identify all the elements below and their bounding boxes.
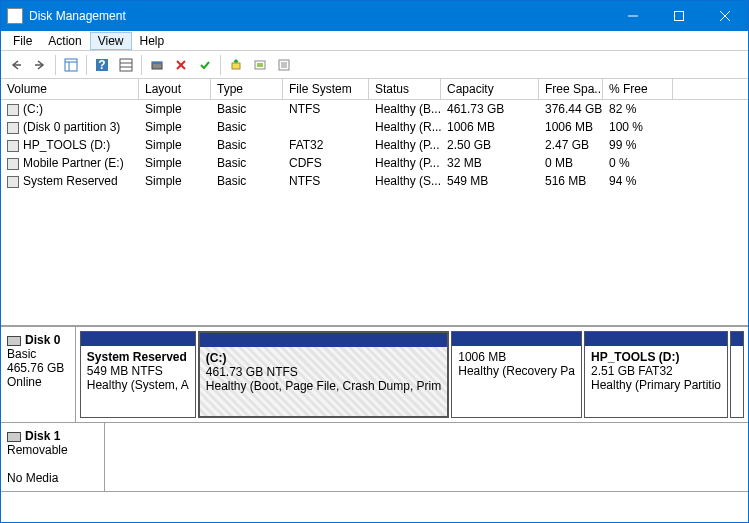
volume-free: 0 MB (539, 155, 603, 171)
partition-c[interactable]: (C:) 461.73 GB NTFS Healthy (Boot, Page … (198, 331, 449, 418)
svg-rect-15 (152, 62, 162, 64)
menu-action[interactable]: Action (40, 32, 89, 50)
partition-body: HP_TOOLS (D:) 2.51 GB FAT32 Healthy (Pri… (585, 346, 727, 417)
disk0-label: Disk 0 Basic 465.76 GB Online (1, 327, 76, 422)
disk-icon (7, 336, 21, 346)
col-filesystem[interactable]: File System (283, 79, 369, 99)
volume-row[interactable]: Mobile Partner (E:)SimpleBasicCDFSHealth… (1, 154, 748, 172)
menu-help[interactable]: Help (132, 32, 173, 50)
col-layout[interactable]: Layout (139, 79, 211, 99)
disk-row-1[interactable]: Disk 1 Removable No Media (1, 423, 748, 492)
partition-status: Healthy (Boot, Page File, Crash Dump, Pr… (206, 379, 441, 393)
col-status[interactable]: Status (369, 79, 441, 99)
volume-free: 376.44 GB (539, 101, 603, 117)
menu-file[interactable]: File (5, 32, 40, 50)
volume-type: Basic (211, 173, 283, 189)
svg-rect-20 (257, 63, 263, 67)
partition-header (452, 332, 581, 346)
partition-size: 461.73 GB NTFS (206, 365, 441, 379)
volume-pct: 100 % (603, 119, 673, 135)
separator (55, 55, 56, 75)
separator (86, 55, 87, 75)
separator (220, 55, 221, 75)
back-button[interactable] (5, 54, 27, 76)
help-button[interactable]: ? (91, 54, 113, 76)
partition-body: (C:) 461.73 GB NTFS Healthy (Boot, Page … (200, 347, 447, 416)
volume-layout: Simple (139, 155, 211, 171)
partition-header (731, 332, 743, 346)
volume-type: Basic (211, 101, 283, 117)
volume-row[interactable]: HP_TOOLS (D:)SimpleBasicFAT32Healthy (P.… (1, 136, 748, 154)
partition-name: HP_TOOLS (D:) (591, 350, 721, 364)
volume-list-header: Volume Layout Type File System Status Ca… (1, 79, 748, 100)
volume-capacity: 1006 MB (441, 119, 539, 135)
volume-layout: Simple (139, 101, 211, 117)
maximize-button[interactable] (656, 1, 702, 31)
partition-unallocated[interactable] (730, 331, 744, 418)
partition-name: System Reserved (87, 350, 189, 364)
volume-list-pane: Volume Layout Type File System Status Ca… (1, 79, 748, 327)
graphical-view-pane: Disk 0 Basic 465.76 GB Online System Res… (1, 327, 748, 492)
disk1-type: Removable (7, 443, 98, 457)
partition-header (585, 332, 727, 346)
volume-status: Healthy (P... (369, 137, 441, 153)
menubar: File Action View Help (1, 31, 748, 51)
disk1-label: Disk 1 Removable No Media (1, 423, 105, 491)
partition-size: 549 MB NTFS (87, 364, 189, 378)
col-free[interactable]: Free Spa... (539, 79, 603, 99)
disk0-type: Basic (7, 347, 69, 361)
window-controls (610, 1, 748, 31)
svg-rect-18 (232, 63, 240, 69)
partition-recovery[interactable]: 1006 MB Healthy (Recovery Pa (451, 331, 582, 418)
titlebar: Disk Management (1, 1, 748, 31)
partition-system-reserved[interactable]: System Reserved 549 MB NTFS Healthy (Sys… (80, 331, 196, 418)
partition-size: 1006 MB (458, 350, 575, 364)
delete-button[interactable] (170, 54, 192, 76)
volume-capacity: 32 MB (441, 155, 539, 171)
volume-status: Healthy (B... (369, 101, 441, 117)
volume-pct: 94 % (603, 173, 673, 189)
settings-button[interactable] (115, 54, 137, 76)
svg-text:?: ? (98, 58, 105, 72)
volume-status: Healthy (R... (369, 119, 441, 135)
disk1-name: Disk 1 (25, 429, 60, 443)
action1-button[interactable] (225, 54, 247, 76)
forward-button[interactable] (29, 54, 51, 76)
col-type[interactable]: Type (211, 79, 283, 99)
volume-icon (7, 176, 19, 188)
volume-pct: 0 % (603, 155, 673, 171)
volume-status: Healthy (P... (369, 155, 441, 171)
disk-icon (7, 432, 21, 442)
col-capacity[interactable]: Capacity (441, 79, 539, 99)
col-volume[interactable]: Volume (1, 79, 139, 99)
volume-layout: Simple (139, 119, 211, 135)
partition-hptools[interactable]: HP_TOOLS (D:) 2.51 GB FAT32 Healthy (Pri… (584, 331, 728, 418)
volume-row[interactable]: (Disk 0 partition 3)SimpleBasicHealthy (… (1, 118, 748, 136)
volume-row[interactable]: System ReservedSimpleBasicNTFSHealthy (S… (1, 172, 748, 190)
disk-row-0[interactable]: Disk 0 Basic 465.76 GB Online System Res… (1, 327, 748, 423)
volume-layout: Simple (139, 137, 211, 153)
partition-header (200, 333, 447, 347)
action2-button[interactable] (249, 54, 271, 76)
close-button[interactable] (702, 1, 748, 31)
volume-free: 516 MB (539, 173, 603, 189)
window-title: Disk Management (29, 9, 610, 23)
partition-status: Healthy (Recovery Pa (458, 364, 575, 378)
minimize-button[interactable] (610, 1, 656, 31)
svg-rect-1 (675, 12, 684, 21)
refresh-button[interactable] (146, 54, 168, 76)
col-pctfree[interactable]: % Free (603, 79, 673, 99)
disk0-size: 465.76 GB (7, 361, 69, 375)
volume-pct: 82 % (603, 101, 673, 117)
volume-name: (C:) (23, 102, 43, 116)
volume-type: Basic (211, 155, 283, 171)
check-button[interactable] (194, 54, 216, 76)
volume-list-body[interactable]: (C:)SimpleBasicNTFSHealthy (B...461.73 G… (1, 100, 748, 190)
menu-view[interactable]: View (90, 32, 132, 50)
partition-name: (C:) (206, 351, 441, 365)
partition-status: Healthy (Primary Partitio (591, 378, 721, 392)
properties-button[interactable] (273, 54, 295, 76)
volume-row[interactable]: (C:)SimpleBasicNTFSHealthy (B...461.73 G… (1, 100, 748, 118)
show-hide-button[interactable] (60, 54, 82, 76)
volume-status: Healthy (S... (369, 173, 441, 189)
